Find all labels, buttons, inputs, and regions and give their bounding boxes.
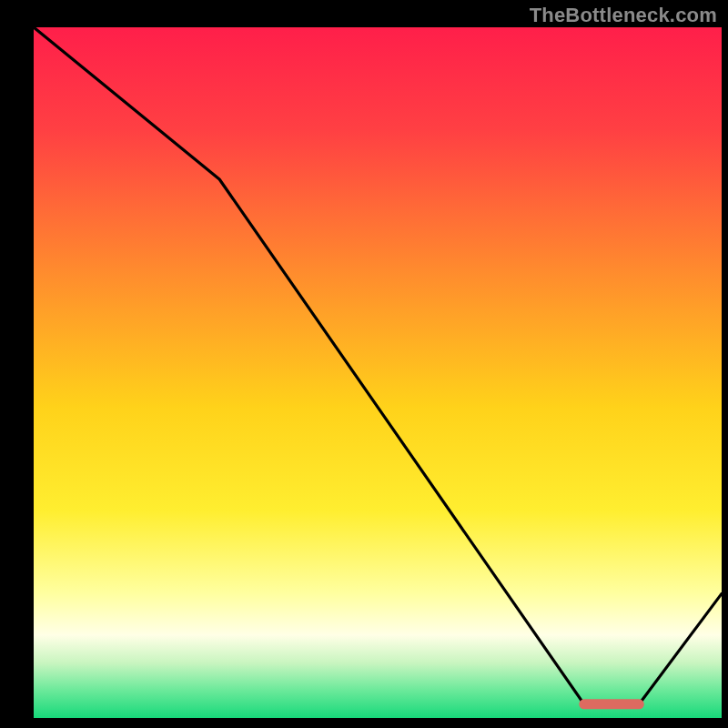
watermark-text: TheBottleneck.com (530, 4, 717, 27)
chart-container: TheBottleneck.com (0, 0, 728, 728)
bottleneck-chart (0, 0, 728, 728)
gradient-background (34, 27, 722, 718)
